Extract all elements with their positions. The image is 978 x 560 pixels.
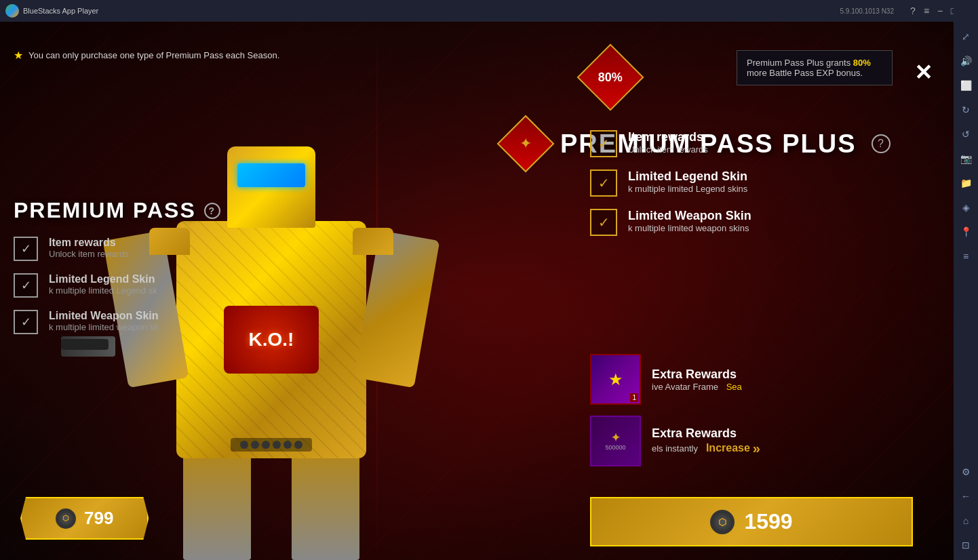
bonus-text2: more Battle Pass EXP bonus.	[747, 68, 863, 78]
avatar-frame-thumbnail: ★ 1	[590, 354, 641, 405]
sidebar-location-icon[interactable]: 📍	[956, 222, 975, 241]
sidebar-recent-icon[interactable]: ⊡	[956, 536, 975, 555]
extra-reward-avatar: ★ 1 Extra Rewards ive Avatar Frame Sea	[590, 354, 913, 405]
feature-text-rewards: Item rewards Unlock item rewards	[49, 237, 129, 259]
feature-item-weapon: Limited Weapon Skin k multiple limited w…	[14, 310, 220, 334]
sidebar-rotate2-icon[interactable]: ↺	[956, 125, 975, 144]
extra-reward-levels: ✦ 500000 Extra Rewards els instantly Inc…	[590, 416, 913, 466]
apex-coin-right: ⬡	[710, 510, 735, 534]
pp-plus-check-legend	[590, 169, 617, 197]
sidebar-home-icon[interactable]: ⌂	[956, 511, 975, 530]
sidebar-layers-icon[interactable]: ≡	[956, 247, 975, 266]
title-bar: BlueStacks App Player 5.9.100.1013 N32 ?…	[0, 0, 978, 22]
feature-text-legend: Limited Legend Skin k multiple limited L…	[49, 273, 157, 296]
levels-count: 500000	[605, 444, 625, 451]
warning-banner: ★ You can only purchase one type of Prem…	[14, 49, 279, 62]
sidebar-expand-icon[interactable]: ⤢	[956, 27, 975, 46]
sidebar-camera-icon[interactable]: 📷	[956, 149, 975, 168]
pp-plus-features: Item rewards Unlock item rewards Limited…	[590, 130, 913, 236]
extra-rewards-area: ★ 1 Extra Rewards ive Avatar Frame Sea ✦…	[590, 354, 913, 466]
avatar-star-icon: ★	[608, 370, 623, 389]
levels-reward-title: Extra Rewards	[652, 426, 913, 441]
logo-diamond: ✦	[497, 115, 555, 173]
apex-coin-left: ⬡	[56, 508, 76, 529]
right-sidebar: ⤢ 🔊 ⬜ ↻ ↺ 📷 📁 ◈ 📍 ≡ ⚙ ← ⌂ ⊡	[954, 0, 978, 560]
close-dialog-button[interactable]: ✕	[906, 56, 940, 89]
premium-pass-help-icon[interactable]: ?	[204, 203, 220, 219]
increase-chevron-icon	[753, 441, 760, 456]
feature-item-legend: Limited Legend Skin k multiple limited L…	[14, 273, 220, 298]
avatar-reward-sea: Sea	[726, 382, 742, 392]
pp-plus-check-rewards	[590, 130, 617, 157]
warning-star-icon: ★	[14, 49, 23, 62]
logo-apex-icon: ✦	[520, 135, 532, 153]
increase-button[interactable]: Increase	[706, 441, 760, 456]
minimize-btn[interactable]: −	[935, 5, 945, 16]
avatar-reward-desc: ive Avatar Frame Sea	[652, 382, 913, 392]
avatar-badge: 1	[630, 393, 638, 402]
pct-badge-area: 80%	[583, 50, 638, 104]
app-title: BlueStacks App Player	[23, 7, 840, 15]
pp-plus-feature-rewards: Item rewards Unlock item rewards	[590, 130, 913, 157]
feature-check-weapon	[14, 310, 38, 334]
feature-check-legend	[14, 273, 38, 298]
pp-plus-feature-legend: Limited Legend Skin k multiple limited L…	[590, 169, 913, 197]
sidebar-rotate-icon[interactable]: ↻	[956, 100, 975, 119]
pp-plus-text-rewards: Item rewards Unlock item rewards	[628, 130, 708, 155]
sidebar-volume-icon[interactable]: 🔊	[956, 52, 975, 71]
game-area: ★ You can only purchase one type of Prem…	[0, 22, 954, 560]
bonus-text1: Premium Pass Plus grants	[747, 58, 850, 68]
warning-text: You can only purchase one type of Premiu…	[28, 50, 279, 60]
feature-text-weapon: Limited Weapon Skin k multiple limited w…	[49, 310, 159, 332]
pct-diamond: 80%	[577, 44, 644, 111]
levels-thumbnail: ✦ 500000	[590, 416, 641, 466]
version-text: 5.9.100.1013 N32	[840, 7, 894, 15]
section-divider	[376, 22, 378, 560]
pp-plus-text-weapon: Limited Weapon Skin k multiple limited w…	[628, 209, 751, 233]
price-left: 799	[84, 508, 113, 529]
pp-plus-logo: ✦	[502, 120, 549, 167]
feature-item-rewards: Item rewards Unlock item rewards	[14, 237, 220, 261]
sidebar-folder-icon[interactable]: 📁	[956, 174, 975, 193]
bonus-pct: 80%	[853, 58, 871, 68]
pp-plus-text-legend: Limited Legend Skin k multiple limited L…	[628, 169, 747, 194]
sidebar-eraser-icon[interactable]: ◈	[956, 198, 975, 217]
buy-premium-pass-button[interactable]: ⬡ 799	[20, 497, 149, 540]
bluestacks-logo	[5, 4, 19, 18]
avatar-reward-info: Extra Rewards ive Avatar Frame Sea	[652, 367, 913, 392]
levels-reward-desc: els instantly Increase	[652, 441, 913, 456]
feature-check-rewards	[14, 237, 38, 261]
menu-btn[interactable]: ≡	[921, 5, 932, 16]
sidebar-settings-icon[interactable]: ⚙	[956, 462, 975, 481]
sidebar-back-icon[interactable]: ←	[956, 487, 975, 506]
avatar-reward-title: Extra Rewards	[652, 367, 913, 382]
premium-pass-features: Item rewards Unlock item rewards Limited…	[14, 237, 220, 334]
pct-text: 80%	[598, 71, 623, 85]
levels-reward-info: Extra Rewards els instantly Increase	[652, 426, 913, 456]
sidebar-screen-icon[interactable]: ⬜	[956, 76, 975, 95]
pp-plus-check-weapon	[590, 209, 617, 236]
buy-premium-pass-plus-button[interactable]: ⬡ 1599	[590, 497, 913, 546]
left-panel: PREMIUM PASS ? Item rewards Unlock item …	[14, 76, 220, 334]
levels-thumb-content: ✦ 500000	[605, 431, 625, 451]
premium-pass-title: PREMIUM PASS ?	[14, 198, 220, 223]
pp-plus-feature-weapon: Limited Weapon Skin k multiple limited w…	[590, 209, 913, 236]
bonus-info-box: Premium Pass Plus grants 80% more Battle…	[737, 50, 893, 85]
apex-logo-thumb: ✦	[605, 431, 625, 444]
help-btn[interactable]: ?	[907, 5, 918, 16]
price-right: 1599	[744, 509, 792, 534]
